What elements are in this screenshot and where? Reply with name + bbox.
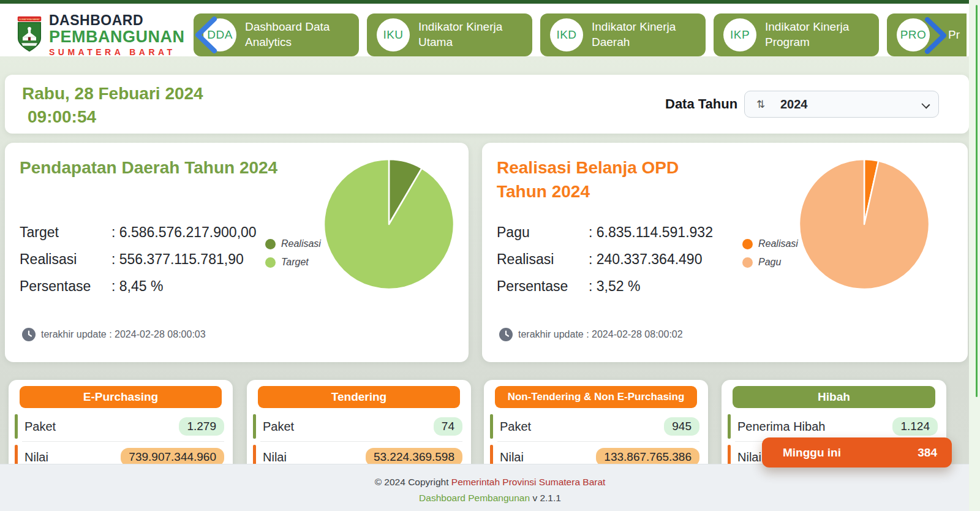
nav-badge-ikd: IKD bbox=[550, 18, 583, 51]
nav-item-pro[interactable]: PRO Pr bbox=[887, 13, 967, 56]
belanja-last-update: terakhir update : 2024-02-28 08:00:02 bbox=[499, 328, 683, 341]
pendapatan-legend: Realisasi Target bbox=[265, 235, 321, 271]
year-select-wrap: 2024 ⇅ bbox=[744, 91, 939, 118]
belanja-stats: Pagu : 6.835.114.591.932 Realisasi : 240… bbox=[497, 219, 742, 300]
page-footer: © 2024 Copyright Pemerintah Provinsi Sum… bbox=[0, 464, 980, 511]
datetime-card: Rabu, 28 Febuari 2024 09:00:54 Data Tahu… bbox=[5, 75, 969, 134]
nav-item-ikp[interactable]: IKP Indikator Kinerja Program bbox=[714, 13, 879, 56]
belanja-title: Realisasi Belanja OPD Tahun 2024 bbox=[497, 156, 711, 203]
row-penerima-hibah: Penerima Hibah 1.124 bbox=[722, 413, 946, 440]
nav-label-ikp: Indikator Kinerja Program bbox=[765, 13, 872, 56]
stat-persentase: Persentase : 3,52 % bbox=[497, 273, 742, 300]
card-tendering: Tendering Paket 74 Nilai 53.224.369.598 bbox=[247, 380, 471, 473]
scrollbar-track bbox=[969, 0, 980, 511]
legend-item: Target bbox=[265, 253, 321, 271]
toast-value: 384 bbox=[918, 437, 937, 467]
year-select[interactable]: 2024 bbox=[744, 91, 939, 118]
current-datetime: Rabu, 28 Febuari 2024 09:00:54 bbox=[22, 82, 203, 129]
chevron-left-icon bbox=[194, 16, 219, 54]
belanja-pie-chart bbox=[797, 157, 932, 292]
app-header: SUMATERA BARAT DASHBOARD PEMBANGUNAN SUM… bbox=[0, 4, 980, 56]
nav-label-dda: Dashboard Data Analytics bbox=[245, 13, 352, 56]
value-badge: 1.279 bbox=[179, 417, 224, 436]
current-time: 09:00:54 bbox=[22, 105, 203, 129]
row-paket: Paket 1.279 bbox=[9, 413, 233, 440]
belanja-legend: Realisasi Pagu bbox=[742, 235, 798, 271]
nav-item-iku[interactable]: IKU Indikator Kinerja Utama bbox=[367, 13, 532, 56]
legend-dot-target bbox=[265, 257, 276, 268]
chevron-right-icon[interactable] bbox=[922, 17, 948, 54]
nav-label-pro: Pr bbox=[948, 13, 967, 56]
row-divider bbox=[22, 441, 224, 442]
legend-dot-pagu bbox=[742, 257, 753, 268]
pendapatan-last-update: terakhir update : 2024-02-28 08:00:03 bbox=[22, 328, 206, 341]
legend-item: Realisasi bbox=[742, 235, 798, 253]
stat-realisasi: Realisasi : 556.377.115.781,90 bbox=[20, 246, 265, 273]
footer-line1: © 2024 Copyright Pemerintah Provinsi Sum… bbox=[0, 474, 980, 490]
row-accent-bar bbox=[728, 414, 731, 439]
legend-item: Realisasi bbox=[265, 235, 321, 253]
value-badge: 74 bbox=[434, 417, 462, 436]
main-nav: DDA Dashboard Data Analytics IKU Indikat… bbox=[0, 7, 967, 60]
stat-realisasi: Realisasi : 240.337.364.490 bbox=[497, 246, 742, 273]
pendapatan-stats: Target : 6.586.576.217.900,00 Realisasi … bbox=[20, 219, 265, 300]
nav-badge-ikp: IKP bbox=[723, 18, 756, 51]
row-accent-bar bbox=[490, 414, 493, 439]
footer-line2: Dashboard Pembangunan v 2.1.1 bbox=[0, 490, 980, 506]
legend-dot-realisasi bbox=[742, 239, 753, 249]
footer-org-link[interactable]: Pemerintah Provinsi Sumatera Barat bbox=[451, 477, 606, 487]
row-divider bbox=[497, 441, 699, 442]
stat-target: Target : 6.586.576.217.900,00 bbox=[20, 219, 265, 246]
clock-icon bbox=[22, 328, 36, 341]
nontendering-header: Non-Tendering & Non E-Purchasing bbox=[495, 386, 697, 408]
row-accent-bar bbox=[253, 414, 256, 439]
value-badge: 1.124 bbox=[892, 417, 938, 436]
nav-label-iku: Indikator Kinerja Utama bbox=[418, 13, 526, 56]
card-belanja: Realisasi Belanja OPD Tahun 2024 Pagu : … bbox=[482, 143, 968, 362]
scrollbar-thumb[interactable] bbox=[976, 5, 978, 397]
nav-badge-iku: IKU bbox=[377, 18, 410, 51]
nav-label-ikd: Indikator Kinerja Daerah bbox=[592, 13, 699, 56]
legend-item: Pagu bbox=[742, 253, 798, 271]
value-badge: 945 bbox=[664, 417, 699, 436]
stat-pagu: Pagu : 6.835.114.591.932 bbox=[497, 219, 742, 246]
minggu-ini-toast[interactable]: Minggu ini 384 bbox=[762, 437, 952, 467]
card-pendapatan: Pendapatan Daerah Tahun 2024 Target : 6.… bbox=[5, 143, 469, 362]
clock-icon bbox=[499, 328, 513, 341]
row-accent-bar bbox=[15, 414, 18, 439]
legend-dot-realisasi bbox=[265, 239, 276, 249]
nav-item-dda[interactable]: DDA Dashboard Data Analytics bbox=[194, 13, 359, 56]
hibah-header: Hibah bbox=[733, 386, 935, 408]
tendering-header: Tendering bbox=[258, 386, 460, 408]
pendapatan-pie-chart bbox=[322, 157, 456, 292]
card-epurchasing: E-Purchasing Paket 1.279 Nilai 739.907.3… bbox=[9, 380, 233, 473]
row-divider bbox=[260, 441, 462, 442]
year-select-label: Data Tahun bbox=[665, 75, 737, 134]
pendapatan-title: Pendapatan Daerah Tahun 2024 bbox=[20, 156, 289, 180]
row-paket: Paket 945 bbox=[484, 413, 708, 440]
footer-app-link[interactable]: Dashboard Pembangunan bbox=[419, 493, 530, 503]
card-nontendering: Non-Tendering & Non E-Purchasing Paket 9… bbox=[484, 380, 708, 473]
row-paket: Paket 74 bbox=[247, 413, 471, 440]
stat-persentase: Persentase : 8,45 % bbox=[20, 273, 265, 300]
epurchasing-header: E-Purchasing bbox=[20, 386, 222, 408]
current-date: Rabu, 28 Febuari 2024 bbox=[22, 82, 203, 105]
toast-label: Minggu ini bbox=[783, 437, 841, 467]
nav-item-ikd[interactable]: IKD Indikator Kinerja Daerah bbox=[540, 13, 706, 56]
dashboard-page: SUMATERA BARAT DASHBOARD PEMBANGUNAN SUM… bbox=[0, 0, 980, 511]
